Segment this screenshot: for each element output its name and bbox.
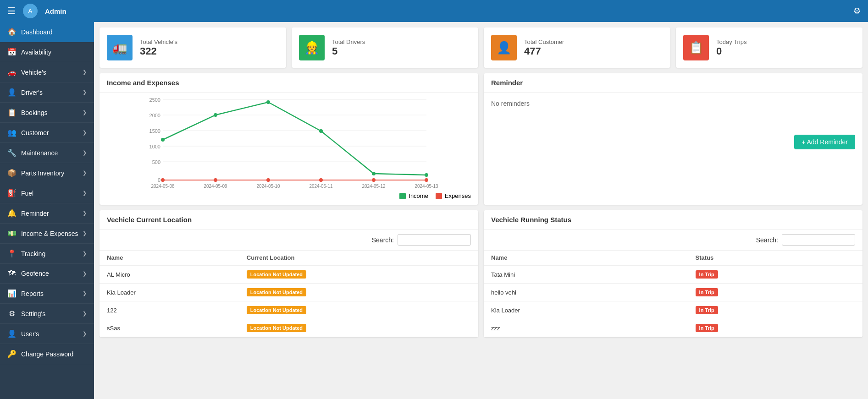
vehicle-location-panel: Vechicle Current Location Search: Name C… — [100, 210, 478, 337]
stat-value-total-drivers: 5 — [332, 45, 365, 57]
expenses-legend: Expenses — [436, 192, 471, 199]
svg-text:0: 0 — [158, 177, 160, 183]
stat-label-total-customer: Total Customer — [524, 38, 564, 45]
content-area: 🚛 Total Vehicle's 322 👷 Total Drivers 5 … — [94, 22, 868, 399]
sidebar-item-fuel[interactable]: ⛽ Fuel ❯ — [0, 183, 94, 203]
sidebar-label-reminder: Reminder — [21, 210, 49, 217]
reminder-title: Reminder — [484, 73, 862, 93]
expenses-legend-dot — [436, 193, 442, 199]
vehicle-status-badge: In Trip — [688, 284, 862, 301]
sidebar-item-geofence[interactable]: 🗺 Geofence ❯ — [0, 264, 94, 284]
vehicle-status-search-row: Search: — [484, 230, 862, 251]
sidebar-icon-customer: 👥 — [7, 128, 17, 137]
sidebar-label-geofence: Geofence — [21, 270, 49, 277]
stat-info-total-vehicles: Total Vehicle's 322 — [140, 38, 177, 57]
sidebar-item-left-dashboard: 🏠 Dashboard — [7, 27, 53, 36]
col-name-header: Name — [484, 251, 688, 265]
stat-label-total-drivers: Total Drivers — [332, 38, 365, 45]
sidebar-item-left-geofence: 🗺 Geofence — [7, 269, 49, 278]
sidebar-icon-dashboard: 🏠 — [7, 27, 17, 36]
sidebar-label-customer: Customer — [21, 129, 49, 137]
table-row: AL Micro Location Not Updated — [100, 265, 478, 284]
stat-value-total-vehicles: 322 — [140, 45, 177, 57]
sidebar-icon-drivers: 👤 — [7, 88, 17, 97]
sidebar-chevron-bookings: ❯ — [83, 109, 87, 115]
sidebar-item-income-expenses[interactable]: 💵 Income & Expenses ❯ — [0, 224, 94, 244]
sidebar-item-drivers[interactable]: 👤 Driver's ❯ — [0, 82, 94, 103]
stat-label-today-trips: Today Trips — [716, 38, 746, 45]
svg-text:2000: 2000 — [149, 113, 160, 118]
sidebar-item-left-vehicles: 🚗 Vehicle's — [7, 68, 46, 77]
svg-point-19 — [214, 178, 217, 182]
topbar-settings-icon[interactable]: ⚙ — [853, 6, 861, 16]
sidebar-item-change-password[interactable]: 🔑 Change Password — [0, 344, 94, 364]
sidebar-label-dashboard: Dashboard — [21, 28, 53, 36]
stat-card-total-drivers: 👷 Total Drivers 5 — [292, 27, 478, 68]
sidebar-item-left-tracking: 📍 Tracking — [7, 249, 45, 258]
sidebar-item-availability[interactable]: 📅 Availability — [0, 42, 94, 62]
sidebar-item-reminder[interactable]: 🔔 Reminder ❯ — [0, 203, 94, 224]
sidebar-icon-change-password: 🔑 — [7, 350, 17, 358]
vehicle-status-search-label: Search: — [756, 236, 778, 244]
sidebar-chevron-drivers: ❯ — [83, 89, 87, 95]
svg-point-23 — [425, 178, 428, 182]
sidebar-label-tracking: Tracking — [21, 250, 45, 257]
svg-text:500: 500 — [152, 159, 160, 165]
sidebar-item-parts-inventory[interactable]: 📦 Parts Inventory ❯ — [0, 163, 94, 183]
sidebar-item-customer[interactable]: 👥 Customer ❯ — [0, 123, 94, 143]
vehicle-name: hello vehi — [484, 284, 688, 301]
sidebar-chevron-settings: ❯ — [83, 311, 87, 317]
svg-text:2024-05-08: 2024-05-08 — [151, 184, 175, 189]
vehicle-name: Kia Loader — [100, 284, 239, 301]
sidebar-icon-users: 👤 — [7, 329, 17, 338]
stat-info-today-trips: Today Trips 0 — [716, 38, 746, 57]
sidebar-item-left-maintenance: 🔧 Maintenance — [7, 148, 58, 157]
sidebar-item-users[interactable]: 👤 User's ❯ — [0, 324, 94, 344]
add-reminder-button[interactable]: + Add Reminder — [794, 135, 855, 149]
no-reminders-text: No reminders — [491, 100, 855, 107]
sidebar-item-vehicles[interactable]: 🚗 Vehicle's ❯ — [0, 62, 94, 82]
status-badge: In Trip — [696, 288, 718, 296]
sidebar-icon-fuel: ⛽ — [7, 189, 17, 197]
table-row: 122 Location Not Updated — [100, 301, 478, 319]
vehicle-location-badge: Location Not Updated — [239, 265, 478, 284]
sidebar-item-reports[interactable]: 📊 Reports ❯ — [0, 284, 94, 304]
sidebar-item-left-reminder: 🔔 Reminder — [7, 209, 49, 218]
sidebar-item-left-users: 👤 User's — [7, 329, 39, 338]
status-badge: In Trip — [696, 306, 718, 314]
table-row: zzz In Trip — [484, 319, 862, 337]
col-name-header: Name — [100, 251, 239, 265]
table-row: Tata Mini In Trip — [484, 265, 862, 284]
vehicle-location-badge: Location Not Updated — [239, 284, 478, 301]
sidebar-icon-maintenance: 🔧 — [7, 148, 17, 157]
vehicle-status-search-input[interactable] — [782, 234, 855, 246]
sidebar-item-bookings[interactable]: 📋 Bookings ❯ — [0, 103, 94, 123]
income-legend-dot — [399, 193, 406, 199]
avatar: A — [23, 4, 38, 18]
table-row: Kia Loader In Trip — [484, 301, 862, 319]
stat-card-today-trips: 📋 Today Trips 0 — [676, 27, 862, 68]
sidebar-item-left-fuel: ⛽ Fuel — [7, 189, 33, 197]
stat-card-total-vehicles: 🚛 Total Vehicle's 322 — [100, 27, 286, 68]
vehicle-name: AL Micro — [100, 265, 239, 284]
sidebar-item-maintenance[interactable]: 🔧 Maintenance ❯ — [0, 143, 94, 163]
hamburger-icon[interactable]: ☰ — [7, 5, 16, 16]
svg-point-12 — [161, 138, 165, 142]
sidebar-chevron-maintenance: ❯ — [83, 150, 87, 156]
vehicle-location-search-label: Search: — [372, 236, 394, 244]
status-badge: In Trip — [696, 270, 718, 279]
sidebar-item-settings[interactable]: ⚙ Setting's ❯ — [0, 304, 94, 324]
sidebar-item-tracking[interactable]: 📍 Tracking ❯ — [0, 244, 94, 264]
sidebar-chevron-fuel: ❯ — [83, 190, 87, 196]
vehicle-name: sSas — [100, 319, 239, 337]
sidebar-item-dashboard[interactable]: 🏠 Dashboard — [0, 22, 94, 42]
sidebar-icon-reports: 📊 — [7, 289, 17, 298]
income-legend: Income — [399, 192, 428, 199]
vehicle-location-search-input[interactable] — [398, 234, 471, 246]
vehicle-status-table: Name Status Tata Mini In Trip hello vehi… — [484, 251, 862, 337]
sidebar-chevron-tracking: ❯ — [83, 251, 87, 257]
chart-container: 2500 2000 1500 1000 500 0 — [100, 93, 478, 189]
sidebar-icon-settings: ⚙ — [7, 309, 17, 318]
expenses-legend-label: Expenses — [445, 192, 471, 199]
stat-value-today-trips: 0 — [716, 45, 746, 57]
